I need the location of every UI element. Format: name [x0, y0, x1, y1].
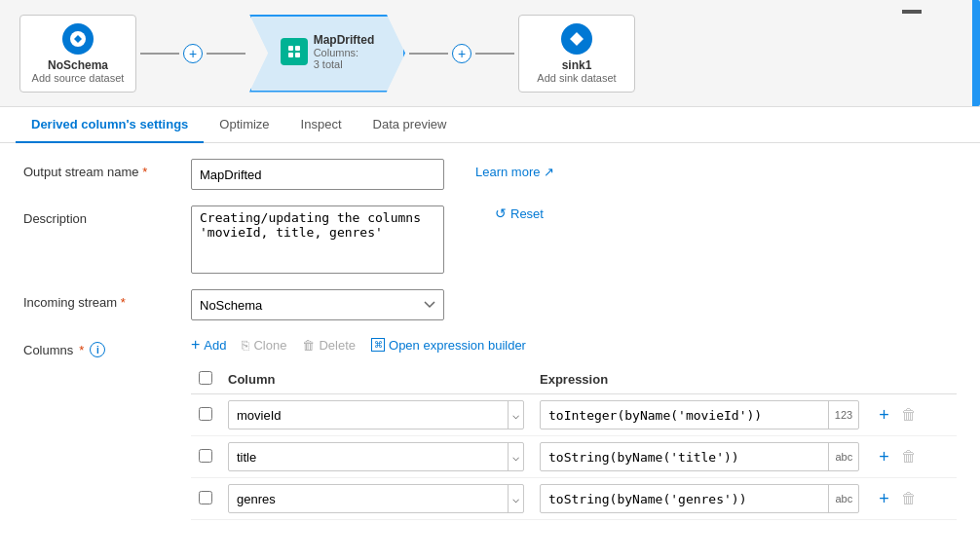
output-stream-label: Output stream name * [23, 159, 179, 179]
add-row-btn-2[interactable]: + [875, 487, 893, 511]
node-noschema[interactable]: NoSchema Add source dataset [19, 15, 136, 93]
incoming-stream-label: Incoming stream * [23, 289, 179, 310]
open-expression-builder-button[interactable]: ⌘ Open expression builder [371, 338, 526, 353]
tab-optimize[interactable]: Optimize [204, 107, 284, 143]
row-actions-0: + 🗑 [875, 403, 949, 428]
external-link-icon: ↗ [544, 165, 554, 179]
column-header: Column [220, 365, 532, 394]
source-icon [62, 23, 94, 55]
row-checkbox-0[interactable] [199, 407, 212, 421]
column-dropdown-btn-1[interactable]: ⌵ [508, 443, 523, 470]
description-row: Description Creating/updating the column… [23, 205, 957, 274]
expression-input-1[interactable] [541, 446, 828, 468]
column-name-input-0[interactable] [229, 404, 508, 427]
column-dropdown-btn-2[interactable]: ⌵ [508, 485, 523, 512]
add-between-source-map[interactable]: + [183, 44, 203, 63]
output-stream-row: Output stream name * Learn more ↗ [23, 159, 957, 190]
delete-icon: 🗑 [302, 338, 315, 353]
expression-wrapper-2: abc [540, 484, 859, 513]
reset-icon: ↺ [495, 205, 507, 221]
sidebar-blue-bar [972, 0, 980, 106]
svg-rect-2 [295, 46, 300, 51]
svg-rect-3 [288, 53, 293, 57]
incoming-stream-select[interactable]: NoSchema [191, 289, 444, 320]
tab-derived[interactable]: Derived column's settings [16, 107, 204, 143]
column-name-input-2[interactable] [229, 488, 508, 510]
mapdrifted-title: MapDrifted [314, 33, 375, 47]
minimize-button[interactable] [902, 10, 922, 14]
delete-button[interactable]: 🗑 Delete [302, 338, 356, 353]
columns-info-icon[interactable]: i [90, 342, 105, 357]
expression-badge-1: abc [828, 443, 858, 470]
add-button[interactable]: + Add [191, 336, 226, 354]
table-header: Column Expression [191, 365, 957, 394]
description-textarea[interactable]: Creating/updating the columns 'movieId, … [191, 205, 444, 274]
expression-wrapper-0: 123 [540, 400, 859, 429]
row-checkbox-1[interactable] [199, 449, 212, 463]
svg-rect-4 [295, 53, 300, 57]
row-actions-1: + 🗑 [875, 445, 949, 469]
expression-header: Expression [532, 365, 867, 394]
expression-input-2[interactable] [541, 488, 828, 510]
plus-icon: + [191, 336, 200, 354]
expression-wrapper-1: abc [540, 442, 859, 471]
expression-input-0[interactable] [541, 404, 828, 427]
column-dropdown-btn-0[interactable]: ⌵ [508, 401, 523, 429]
table-row: ⌵ abc + 🗑 [191, 478, 957, 520]
delete-row-btn-0[interactable]: 🗑 [897, 404, 921, 426]
columns-table: Column Expression ⌵ 123 [191, 365, 957, 520]
expression-badge-0: 123 [828, 401, 858, 429]
columns-section: Columns * i + Add ⎘ Clone 🗑 Delete [23, 336, 957, 520]
noschema-subtitle: Add source dataset [32, 72, 125, 84]
map-icon [281, 38, 308, 65]
noschema-title: NoSchema [48, 58, 108, 72]
incoming-stream-row: Incoming stream * NoSchema [23, 289, 957, 320]
description-label: Description [23, 205, 179, 226]
columns-toolbar: + Add ⎘ Clone 🗑 Delete ⌘ Open expression… [191, 336, 957, 354]
sink-icon [561, 23, 592, 55]
sink1-title: sink1 [562, 58, 592, 72]
add-row-btn-1[interactable]: + [875, 445, 893, 469]
node-mapdrifted[interactable]: MapDrifted Columns: 3 total [249, 15, 405, 93]
columns-label-wrapper: Columns * i [23, 336, 179, 357]
learn-more-link[interactable]: Learn more ↗ [475, 159, 554, 179]
columns-controls: + Add ⎘ Clone 🗑 Delete ⌘ Open expression… [191, 336, 957, 520]
row-checkbox-2[interactable] [199, 491, 212, 504]
expression-builder-icon: ⌘ [371, 338, 385, 352]
table-row: ⌵ abc + 🗑 [191, 436, 957, 478]
expression-badge-2: abc [828, 485, 858, 512]
delete-row-btn-1[interactable]: 🗑 [897, 446, 921, 467]
tab-inspect[interactable]: Inspect [285, 107, 358, 143]
column-name-wrapper-0: ⌵ [228, 400, 524, 429]
tabs-bar: Derived column's settings Optimize Inspe… [0, 107, 980, 143]
column-name-wrapper-2: ⌵ [228, 484, 524, 513]
delete-row-btn-2[interactable]: 🗑 [897, 488, 921, 509]
settings-panel: Output stream name * Learn more ↗ Descri… [0, 143, 980, 555]
mapdrifted-count: 3 total [314, 58, 375, 70]
table-row: ⌵ 123 + 🗑 [191, 394, 957, 436]
column-name-wrapper-1: ⌵ [228, 442, 524, 471]
sink1-subtitle: Add sink dataset [537, 72, 616, 84]
pipeline-canvas: NoSchema Add source dataset + MapDrifted… [0, 0, 980, 107]
mapdrifted-subtitle: Columns: [314, 47, 375, 58]
tab-datapreview[interactable]: Data preview [358, 107, 463, 143]
reset-button[interactable]: ↺ Reset [495, 205, 544, 221]
clone-button[interactable]: ⎘ Clone [242, 338, 286, 353]
add-between-map-sink[interactable]: + [452, 44, 471, 63]
connector-3 [409, 53, 448, 55]
connector-4 [475, 53, 514, 55]
connector-1 [140, 53, 179, 55]
columns-tbody: ⌵ 123 + 🗑 ⌵ [191, 394, 957, 520]
node-sink1[interactable]: sink1 Add sink dataset [518, 15, 635, 93]
column-name-input-1[interactable] [229, 446, 508, 468]
add-row-btn-0[interactable]: + [875, 403, 893, 428]
select-all-checkbox[interactable] [199, 371, 212, 385]
row-actions-2: + 🗑 [875, 487, 949, 511]
clone-icon: ⎘ [242, 338, 249, 353]
svg-rect-1 [288, 46, 293, 51]
output-stream-input[interactable] [191, 159, 444, 190]
connector-2 [207, 53, 245, 55]
